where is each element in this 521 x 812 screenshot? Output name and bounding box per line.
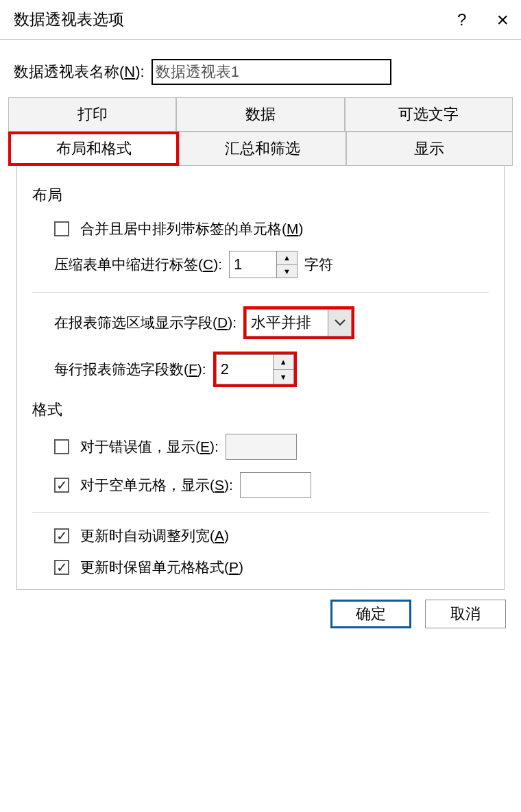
- row-preserve-formatting: 更新时保留单元格格式(P): [32, 558, 489, 577]
- checkbox-autofit-cols[interactable]: [54, 528, 69, 543]
- input-empty-display[interactable]: [240, 472, 311, 498]
- label-fields-per-row: 每行报表筛选字段数(F):: [54, 360, 206, 379]
- panel-layout-format: 布局 合并且居中排列带标签的单元格(M) 压缩表单中缩进行标签(C): ▲ ▼: [16, 166, 505, 590]
- titlebar: 数据透视表选项 ? ×: [0, 0, 521, 40]
- tab-display[interactable]: 显示: [346, 132, 513, 166]
- dialog-title: 数据透视表选项: [14, 9, 124, 30]
- checkbox-merge-labels[interactable]: [54, 221, 69, 236]
- spin-up-icon[interactable]: ▲: [277, 251, 297, 264]
- spin-down-icon[interactable]: ▼: [274, 369, 293, 384]
- dialog-footer: 确定 取消: [0, 590, 521, 628]
- titlebar-controls: ? ×: [457, 8, 509, 32]
- row-filter-fields-display: 在报表筛选区域显示字段(D): 水平并排: [32, 306, 489, 339]
- cancel-button[interactable]: 取消: [425, 600, 506, 628]
- group-layout-title: 布局: [32, 185, 489, 206]
- input-error-display[interactable]: [226, 434, 297, 460]
- row-fields-per-row: 每行报表筛选字段数(F): ▲ ▼: [32, 352, 489, 387]
- input-fields-per-row[interactable]: [217, 355, 273, 384]
- ok-button[interactable]: 确定: [330, 600, 411, 628]
- tab-strip: 打印 数据 可选文字 布局和格式 汇总和筛选 显示 布局 合并且居中排列带标签的…: [0, 97, 521, 590]
- spin-down-icon[interactable]: ▼: [277, 264, 297, 278]
- combo-filter-fields-display[interactable]: 水平并排: [246, 309, 352, 336]
- checkbox-error-display[interactable]: [54, 439, 69, 454]
- label-filter-fields-display: 在报表筛选区域显示字段(D):: [54, 313, 237, 332]
- spinner-fields-per-row: ▲ ▼: [216, 354, 294, 384]
- tab-print[interactable]: 打印: [8, 97, 176, 132]
- checkbox-empty-display[interactable]: [54, 478, 69, 493]
- label-preserve-formatting: 更新时保留单元格格式(P): [80, 558, 243, 577]
- pivottable-options-dialog: 数据透视表选项 ? × 数据透视表名称(N): 打印 数据 可选文字 布局和格式…: [0, 0, 521, 812]
- combo-text: 水平并排: [247, 310, 328, 336]
- label-empty-display: 对于空单元格，显示(S):: [80, 476, 233, 495]
- row-compact-indent: 压缩表单中缩进行标签(C): ▲ ▼ 字符: [32, 251, 489, 278]
- chevron-down-icon[interactable]: [328, 310, 351, 336]
- tab-totals-filters[interactable]: 汇总和筛选: [179, 132, 346, 166]
- pivot-name-row: 数据透视表名称(N):: [0, 40, 521, 97]
- tab-data[interactable]: 数据: [176, 97, 344, 132]
- label-compact-indent: 压缩表单中缩进行标签(C):: [54, 255, 222, 274]
- pivot-name-input[interactable]: [152, 59, 391, 85]
- row-empty-display: 对于空单元格，显示(S):: [32, 472, 489, 498]
- tab-layout-format[interactable]: 布局和格式: [8, 132, 179, 166]
- close-button[interactable]: ×: [496, 8, 509, 32]
- divider: [32, 292, 489, 293]
- divider: [32, 512, 489, 513]
- input-compact-indent[interactable]: [230, 251, 276, 278]
- label-compact-unit: 字符: [304, 255, 333, 274]
- group-format-title: 格式: [32, 399, 489, 420]
- label-autofit-cols: 更新时自动调整列宽(A): [80, 526, 229, 545]
- row-error-display: 对于错误值，显示(E):: [32, 434, 489, 460]
- row-merge-labels: 合并且居中排列带标签的单元格(M): [32, 219, 489, 238]
- spin-up-icon[interactable]: ▲: [274, 355, 293, 369]
- pivot-name-label: 数据透视表名称(N):: [14, 62, 145, 82]
- checkbox-preserve-formatting[interactable]: [54, 560, 69, 575]
- label-merge-labels: 合并且居中排列带标签的单元格(M): [80, 219, 304, 238]
- tab-row-1: 打印 数据 可选文字: [8, 97, 513, 132]
- spinner-compact-indent: ▲ ▼: [229, 251, 298, 278]
- label-error-display: 对于错误值，显示(E):: [80, 437, 219, 456]
- tab-alttext[interactable]: 可选文字: [345, 97, 513, 132]
- row-autofit-cols: 更新时自动调整列宽(A): [32, 526, 489, 545]
- tab-row-2: 布局和格式 汇总和筛选 显示: [8, 132, 513, 166]
- help-button[interactable]: ?: [457, 10, 466, 29]
